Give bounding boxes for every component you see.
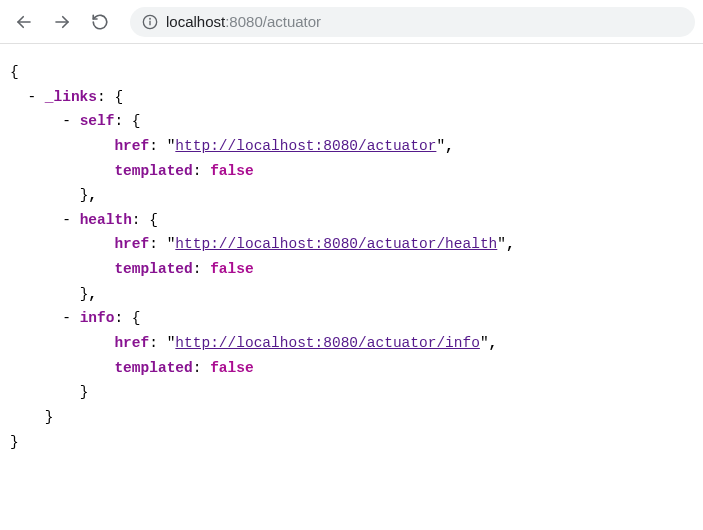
json-key: href xyxy=(114,236,149,252)
reload-icon xyxy=(91,13,109,31)
json-key: templated xyxy=(114,261,192,277)
json-key: templated xyxy=(114,360,192,376)
json-line: templated: false xyxy=(10,257,693,282)
url-port-path: :8080/actuator xyxy=(225,13,321,30)
json-line: }, xyxy=(10,183,693,208)
json-key: self xyxy=(80,113,115,129)
json-href-link[interactable]: http://localhost:8080/actuator/health xyxy=(175,236,497,252)
json-line: href: "http://localhost:8080/actuator/he… xyxy=(10,232,693,257)
json-href-link[interactable]: http://localhost:8080/actuator xyxy=(175,138,436,154)
json-key: href xyxy=(114,335,149,351)
reload-button[interactable] xyxy=(84,6,116,38)
url-text: localhost:8080/actuator xyxy=(166,13,321,30)
json-line: templated: false xyxy=(10,356,693,381)
json-line: { xyxy=(10,60,693,85)
json-line: } xyxy=(10,430,693,455)
json-value: false xyxy=(210,163,254,179)
json-value: false xyxy=(210,360,254,376)
address-bar[interactable]: localhost:8080/actuator xyxy=(130,7,695,37)
arrow-left-icon xyxy=(15,13,33,31)
site-info-icon xyxy=(142,14,158,30)
json-key: _links xyxy=(45,89,97,105)
json-href-link[interactable]: http://localhost:8080/actuator/info xyxy=(175,335,480,351)
back-button[interactable] xyxy=(8,6,40,38)
browser-toolbar: localhost:8080/actuator xyxy=(0,0,703,44)
json-line: } xyxy=(10,405,693,430)
json-line: - _links: { xyxy=(10,85,693,110)
json-line: - health: { xyxy=(10,208,693,233)
json-key: info xyxy=(80,310,115,326)
json-key: href xyxy=(114,138,149,154)
svg-point-4 xyxy=(150,18,151,19)
json-line: href: "http://localhost:8080/actuator/in… xyxy=(10,331,693,356)
json-line: templated: false xyxy=(10,159,693,184)
json-value: false xyxy=(210,261,254,277)
json-line: }, xyxy=(10,282,693,307)
json-line: - self: { xyxy=(10,109,693,134)
json-key: templated xyxy=(114,163,192,179)
json-line: href: "http://localhost:8080/actuator", xyxy=(10,134,693,159)
arrow-right-icon xyxy=(53,13,71,31)
json-key: health xyxy=(80,212,132,228)
json-viewer: { - _links: { - self: { href: "http://lo… xyxy=(0,44,703,470)
json-line: - info: { xyxy=(10,306,693,331)
json-line: } xyxy=(10,380,693,405)
url-host: localhost xyxy=(166,13,225,30)
forward-button[interactable] xyxy=(46,6,78,38)
